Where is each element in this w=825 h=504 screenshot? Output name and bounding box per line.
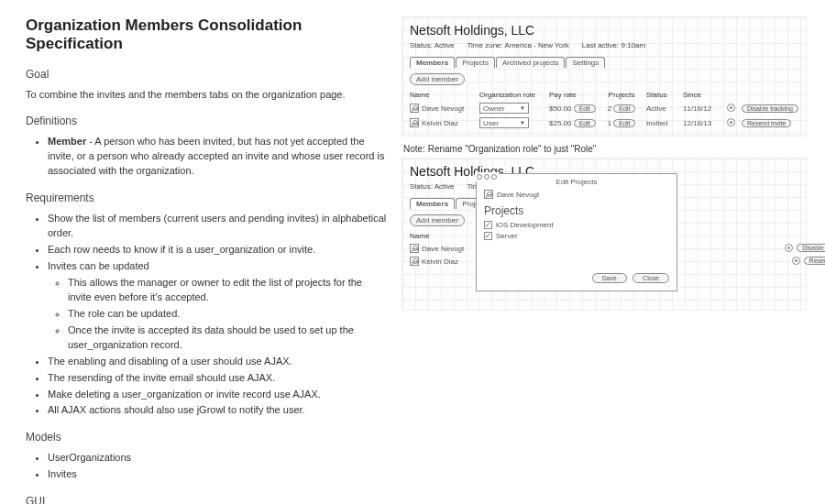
edit-pay-button[interactable]: Edit <box>574 104 596 113</box>
remove-icon[interactable] <box>792 257 800 265</box>
add-member-button[interactable]: Add member <box>410 73 465 85</box>
req-item: The resending of the invite email should… <box>48 371 387 386</box>
modal-user-name: Dave Nevogt <box>497 191 539 199</box>
model-item: UserOrganizations <box>48 451 387 466</box>
project-option: iOS Development <box>496 221 554 229</box>
disable-tracking-button[interactable]: Disable tracking <box>797 244 825 252</box>
edit-projects-button[interactable]: Edit <box>613 119 635 127</box>
org-status-line: Status: Active Time zone: America - New … <box>410 41 798 49</box>
req-item: Show the list of members (current users … <box>48 212 387 241</box>
tab-members[interactable]: Members <box>410 57 455 68</box>
req-item: The enabling and disabling of a user sho… <box>48 355 387 369</box>
rename-note: Note: Rename "Organization role" to just… <box>403 144 807 154</box>
project-option: Server <box>496 232 518 240</box>
remove-icon[interactable] <box>785 244 793 252</box>
req-item: All AJAX actions should also use jGrowl … <box>48 403 387 418</box>
req-item: Each row needs to know if it is a user_o… <box>48 243 387 257</box>
resend-invite-button[interactable]: Resend invite <box>804 257 825 265</box>
goal-heading: Goal <box>26 68 387 81</box>
goal-text: To combine the invites and the members t… <box>26 88 387 102</box>
req-item: Invites can be updated This allows the m… <box>48 259 387 353</box>
wireframe-edit-projects: Netsoft Holdings, LLC Status: Active Tim… <box>402 158 807 311</box>
avatar-icon <box>484 190 493 199</box>
models-heading: Models <box>26 431 387 444</box>
req-item: Make deleting a user_organization or inv… <box>48 388 387 402</box>
checkbox-icon[interactable]: ✓ <box>484 221 492 229</box>
remove-icon[interactable] <box>727 104 735 112</box>
remove-icon[interactable] <box>727 118 735 126</box>
table-header: Name Organization role Pay rate Projects… <box>410 91 798 99</box>
modal-title: Edit Projects <box>484 178 669 186</box>
req-subitem: Once the invite is accepted its data sho… <box>68 323 387 353</box>
edit-pay-button[interactable]: Edit <box>574 119 596 127</box>
edit-projects-button[interactable]: Edit <box>613 104 635 113</box>
org-tabs: Members Projects Archived projects Setti… <box>410 57 798 68</box>
wireframes: Netsoft Holdings, LLC Status: Active Tim… <box>402 16 807 504</box>
avatar-icon <box>410 118 419 127</box>
tab-archived[interactable]: Archived projects <box>496 57 565 68</box>
resend-invite-button[interactable]: Resend invite <box>742 119 791 127</box>
table-row: Dave Nevogt Owner $50.00 Edit 2 Edit Act… <box>410 103 798 114</box>
req-subitem: This allows the manager or owner to edit… <box>68 276 387 305</box>
gui-heading: GUI <box>26 495 387 504</box>
tab-members[interactable]: Members <box>410 198 455 209</box>
edit-projects-modal: Edit Projects Dave Nevogt Projects ✓ iOS… <box>476 173 677 291</box>
modal-projects-heading: Projects <box>484 204 669 217</box>
close-button[interactable]: Close <box>632 273 669 283</box>
page-title: Organization Members Consolidation Speci… <box>26 16 387 53</box>
wireframe-members-list: Netsoft Holdings, LLC Status: Active Tim… <box>402 16 807 137</box>
req-subitem: The role can be updated. <box>68 307 387 322</box>
tab-projects[interactable]: Projects <box>456 57 495 68</box>
save-button[interactable]: Save <box>592 273 627 283</box>
checkbox-icon[interactable]: ✓ <box>484 232 492 240</box>
disable-tracking-button[interactable]: Disable tracking <box>742 104 798 113</box>
tab-settings[interactable]: Settings <box>566 57 605 68</box>
role-select[interactable]: User <box>479 117 529 128</box>
table-row: Kelvin Diaz User $25.00 Edit 1 Edit Invi… <box>410 117 798 128</box>
add-member-button[interactable]: Add member <box>410 214 465 226</box>
spec-text: Organization Members Consolidation Speci… <box>26 16 402 504</box>
definitions-heading: Definitions <box>26 115 387 127</box>
org-name: Netsoft Holdings, LLC <box>410 23 798 38</box>
avatar-icon <box>410 104 419 113</box>
definition-member: Member - A person who has been invited, … <box>48 135 387 179</box>
avatar-icon <box>410 244 419 253</box>
role-select[interactable]: Owner <box>479 103 529 114</box>
model-item: Invites <box>48 467 387 482</box>
window-controls-icon <box>475 172 499 181</box>
requirements-heading: Requirements <box>26 192 387 204</box>
avatar-icon <box>410 257 419 266</box>
